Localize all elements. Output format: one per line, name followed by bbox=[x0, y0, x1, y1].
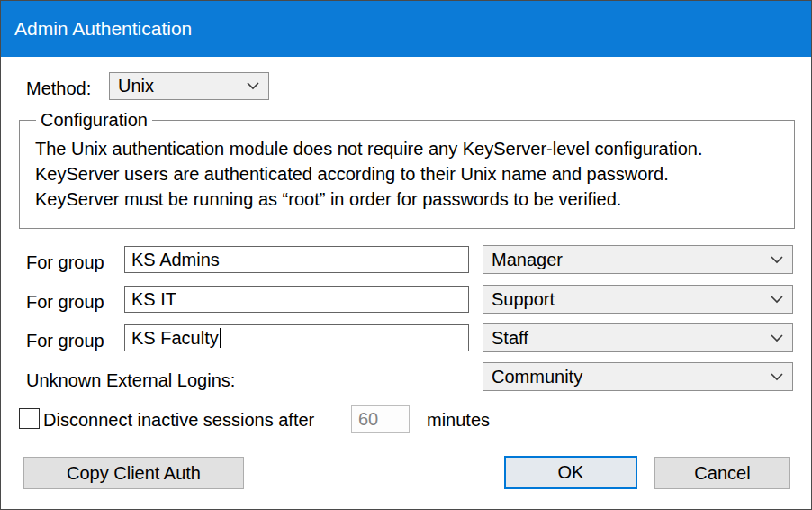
minutes-input[interactable]: 60 bbox=[351, 405, 410, 433]
dialog-title: Admin Authentication bbox=[14, 18, 192, 40]
group-role-value: Support bbox=[492, 289, 555, 310]
group-role-value: Staff bbox=[492, 328, 528, 349]
group-role-combobox[interactable]: Support bbox=[483, 285, 793, 314]
chevron-down-icon bbox=[771, 256, 783, 264]
group-name-value: KS IT bbox=[131, 289, 176, 310]
group-role-combobox[interactable]: Manager bbox=[483, 245, 793, 274]
cancel-button[interactable]: Cancel bbox=[654, 457, 790, 489]
copy-client-auth-label: Copy Client Auth bbox=[67, 463, 201, 484]
method-combobox[interactable]: Unix bbox=[109, 72, 269, 100]
group-name-value: KS Faculty bbox=[131, 328, 219, 349]
group-name-input[interactable]: KS IT bbox=[124, 286, 469, 313]
chevron-down-icon bbox=[771, 296, 783, 304]
admin-authentication-dialog: Admin Authentication Method: Unix Config… bbox=[0, 0, 812, 510]
chevron-down-icon bbox=[771, 334, 783, 342]
config-line: KeyServer users are authenticated accord… bbox=[35, 161, 780, 187]
titlebar: Admin Authentication bbox=[1, 1, 811, 57]
minutes-value: 60 bbox=[358, 409, 378, 430]
group-role-combobox[interactable]: Staff bbox=[483, 323, 793, 352]
group-role-value: Manager bbox=[492, 250, 563, 270]
group-name-input[interactable]: KS Admins bbox=[124, 246, 469, 273]
ok-button[interactable]: OK bbox=[504, 456, 637, 489]
config-line: KeyServer must be running as “root” in o… bbox=[35, 187, 780, 212]
configuration-legend: Configuration bbox=[36, 110, 152, 131]
method-value: Unix bbox=[118, 76, 154, 96]
for-group-label: For group bbox=[26, 288, 104, 315]
disconnect-checkbox[interactable] bbox=[19, 408, 40, 429]
group-name-value: KS Admins bbox=[131, 250, 220, 270]
cancel-label: Cancel bbox=[694, 463, 750, 484]
minutes-label: minutes bbox=[427, 409, 490, 431]
chevron-down-icon bbox=[771, 373, 783, 381]
for-group-label: For group bbox=[26, 249, 104, 276]
text-caret bbox=[220, 328, 221, 348]
unknown-external-logins-combobox[interactable]: Community bbox=[483, 362, 793, 391]
config-line: The Unix authentication module does not … bbox=[35, 136, 780, 161]
configuration-group: Configuration The Unix authentication mo… bbox=[19, 110, 795, 229]
chevron-down-icon bbox=[247, 82, 259, 90]
disconnect-label: Disconnect inactive sessions after bbox=[43, 409, 314, 431]
unknown-external-logins-label: Unknown External Logins: bbox=[26, 366, 235, 395]
group-name-input[interactable]: KS Faculty bbox=[124, 324, 469, 351]
unknown-external-logins-value: Community bbox=[492, 367, 582, 387]
for-group-label: For group bbox=[26, 327, 104, 354]
copy-client-auth-button[interactable]: Copy Client Auth bbox=[23, 457, 244, 489]
method-label: Method: bbox=[26, 75, 91, 102]
ok-label: OK bbox=[558, 462, 584, 483]
